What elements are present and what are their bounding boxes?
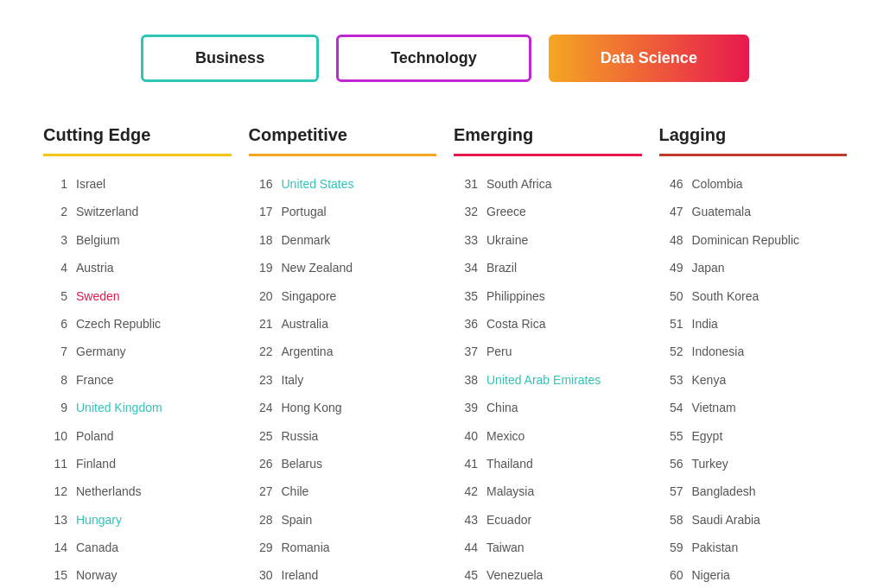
country-name: France: [76, 370, 114, 389]
rank-number: 21: [249, 314, 273, 333]
column-header: Lagging: [659, 125, 848, 145]
country-name: Egypt: [692, 427, 723, 446]
rank-number: 58: [659, 510, 683, 529]
list-item: 48Dominican Republic: [659, 226, 848, 254]
list-item: 2Switzerland: [43, 198, 232, 225]
list-item: 32Greece: [454, 198, 642, 225]
list-item: 12Netherlands: [43, 477, 232, 505]
rank-number: 35: [454, 287, 478, 306]
rank-number: 7: [43, 342, 67, 361]
country-name: Israel: [76, 174, 105, 193]
country-name: Netherlands: [76, 482, 142, 501]
rank-number: 52: [659, 342, 683, 361]
country-name: Belgium: [76, 231, 120, 250]
rank-number: 39: [454, 398, 478, 417]
country-name: Denmark: [282, 231, 331, 250]
list-item: 33Ukraine: [454, 226, 642, 254]
column-underline: [659, 154, 848, 156]
list-item: 41Thailand: [454, 450, 642, 477]
tab-technology[interactable]: Technology: [336, 35, 531, 82]
list-item: 35Philippines: [454, 282, 642, 310]
tab-bar: Business Technology Data Science: [0, 0, 890, 108]
rank-number: 31: [454, 174, 478, 193]
column-header: Cutting Edge: [43, 125, 232, 145]
list-item: 57Bangladesh: [659, 477, 848, 505]
country-name: Philippines: [486, 287, 545, 306]
list-item: 31South Africa: [454, 170, 642, 198]
country-name: Pakistan: [692, 538, 739, 557]
country-name: Kenya: [692, 370, 727, 389]
country-name: Canada: [76, 538, 118, 557]
country-name: Finland: [76, 454, 116, 473]
rank-number: 16: [249, 174, 273, 193]
column-underline: [43, 154, 232, 156]
list-item: 38United Arab Emirates: [454, 366, 642, 394]
country-name: Taiwan: [486, 538, 524, 557]
country-name: Mexico: [486, 427, 524, 446]
list-item: 8France: [43, 366, 232, 394]
list-item: 7Germany: [43, 338, 232, 365]
rank-number: 27: [249, 482, 273, 501]
tab-datascience[interactable]: Data Science: [549, 35, 749, 82]
country-name: Ecuador: [486, 510, 531, 529]
country-name: Guatemala: [692, 202, 751, 221]
country-name: Singapore: [282, 287, 337, 306]
column-header: Competitive: [249, 125, 437, 145]
list-item: 49Japan: [659, 254, 848, 281]
rank-number: 41: [454, 454, 478, 473]
column-header: Emerging: [454, 125, 642, 145]
country-name: China: [486, 398, 518, 417]
rank-number: 19: [249, 258, 273, 277]
list-item: 21Australia: [249, 310, 437, 338]
country-name: New Zealand: [282, 258, 353, 277]
list-item: 51India: [659, 310, 848, 338]
country-name: Hong Kong: [282, 398, 342, 417]
list-item: 13Hungary: [43, 506, 232, 534]
list-item: 56Turkey: [659, 450, 848, 477]
rank-number: 25: [249, 427, 273, 446]
list-item: 5Sweden: [43, 282, 232, 310]
country-name: Sweden: [76, 287, 120, 306]
rank-number: 44: [454, 538, 478, 557]
tab-business[interactable]: Business: [141, 35, 319, 82]
column-competitive: Competitive16United States17Portugal18De…: [240, 125, 446, 588]
list-item: 10Poland: [43, 422, 232, 450]
rank-number: 53: [659, 370, 683, 389]
list-item: 4Austria: [43, 254, 232, 281]
rank-number: 56: [659, 454, 683, 473]
country-name: Spain: [282, 510, 313, 529]
country-name: Japan: [692, 258, 725, 277]
country-name: Greece: [486, 202, 526, 221]
list-item: 1Israel: [43, 170, 232, 198]
rank-number: 20: [249, 287, 273, 306]
country-name: Argentina: [282, 342, 334, 361]
list-item: 25Russia: [249, 422, 437, 450]
country-name: Russia: [282, 427, 319, 446]
rank-number: 57: [659, 482, 683, 501]
rank-number: 9: [43, 398, 67, 417]
column-emerging: Emerging31South Africa32Greece33Ukraine3…: [445, 125, 651, 588]
rank-number: 11: [43, 454, 67, 473]
rank-number: 15: [43, 566, 67, 585]
country-list: 1Israel2Switzerland3Belgium4Austria5Swed…: [43, 170, 232, 588]
rank-number: 43: [454, 510, 478, 529]
rank-number: 17: [249, 202, 273, 221]
list-item: 27Chile: [249, 477, 437, 505]
list-item: 47Guatemala: [659, 198, 848, 225]
rank-number: 33: [454, 231, 478, 250]
country-name: Turkey: [692, 454, 728, 473]
list-item: 26Belarus: [249, 450, 437, 477]
country-name: Vietnam: [692, 398, 736, 417]
country-name: South Africa: [486, 174, 552, 193]
rank-number: 55: [659, 427, 683, 446]
country-name: Malaysia: [486, 482, 534, 501]
country-name: Poland: [76, 427, 114, 446]
country-list: 46Colombia47Guatemala48Dominican Republi…: [659, 170, 848, 588]
country-name: Czech Republic: [76, 314, 161, 333]
list-item: 50South Korea: [659, 282, 848, 310]
country-name: India: [692, 314, 718, 333]
rank-number: 13: [43, 510, 67, 529]
rank-number: 34: [454, 258, 478, 277]
country-name: Germany: [76, 342, 126, 361]
country-name: Brazil: [486, 258, 517, 277]
